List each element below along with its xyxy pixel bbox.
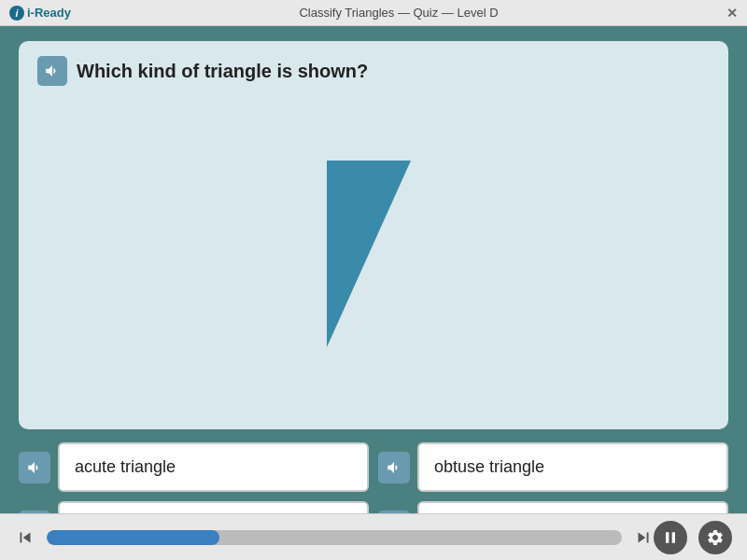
- pause-icon: [661, 528, 680, 547]
- progress-area: [47, 530, 622, 545]
- close-button[interactable]: ✕: [726, 6, 738, 21]
- question-sound-button[interactable]: [37, 56, 67, 86]
- logo-text: i-Ready: [27, 6, 71, 20]
- main-content: Which kind of triangle is shown? acute t…: [0, 26, 747, 560]
- title-bar: i i-Ready Classify Triangles — Quiz — Le…: [0, 0, 747, 26]
- pause-button[interactable]: [654, 521, 687, 554]
- speaker-icon: [386, 459, 402, 476]
- app-logo: i i-Ready: [9, 6, 71, 21]
- answer-row-acute: acute triangle: [19, 442, 369, 492]
- answer-sound-acute[interactable]: [19, 452, 50, 483]
- question-card: Which kind of triangle is shown?: [19, 41, 728, 429]
- gear-icon: [706, 528, 725, 547]
- question-text: Which kind of triangle is shown?: [77, 61, 368, 82]
- quiz-title: Classify Triangles — Quiz — Level D: [299, 6, 498, 20]
- settings-button[interactable]: [698, 521, 732, 554]
- triangle-image: [299, 151, 448, 357]
- logo-icon: i: [9, 6, 24, 21]
- triangle-display: [37, 93, 710, 414]
- svg-marker-0: [327, 161, 411, 347]
- answer-button-acute[interactable]: acute triangle: [58, 442, 369, 492]
- progress-bar-fill: [47, 530, 219, 545]
- answer-sound-obtuse[interactable]: [378, 452, 410, 483]
- question-header: Which kind of triangle is shown?: [37, 56, 710, 86]
- back-button[interactable]: [15, 527, 35, 548]
- answer-button-obtuse[interactable]: obtuse triangle: [417, 442, 728, 492]
- bottom-bar: [0, 513, 747, 560]
- progress-bar-background: [47, 530, 622, 545]
- forward-icon: [633, 527, 654, 548]
- speaker-icon: [26, 459, 43, 476]
- back-icon: [15, 527, 35, 548]
- answer-row-obtuse: obtuse triangle: [378, 442, 728, 492]
- forward-button[interactable]: [633, 527, 654, 548]
- speaker-icon: [44, 63, 61, 79]
